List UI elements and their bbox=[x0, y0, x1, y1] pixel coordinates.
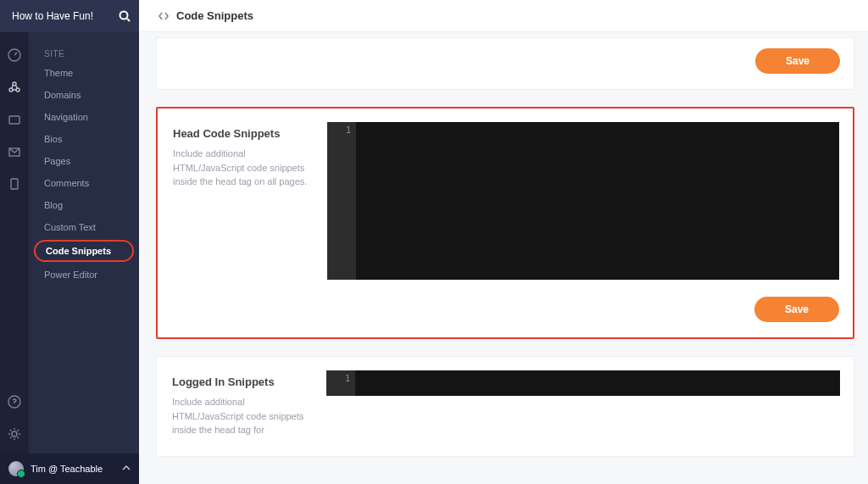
line-number: 1 bbox=[326, 374, 350, 383]
main-header: Code Snippets bbox=[139, 0, 868, 32]
page-title: Code Snippets bbox=[176, 9, 253, 22]
svg-point-3 bbox=[9, 88, 13, 92]
gear-icon[interactable] bbox=[7, 426, 22, 442]
sidebar-item-label: Custom Text bbox=[44, 222, 96, 232]
icon-rail bbox=[0, 0, 29, 484]
main: Code Snippets Save Head Code Snippets In… bbox=[139, 0, 868, 484]
sidebar: SITE Theme Domains Navigation Bios Pages… bbox=[29, 0, 139, 484]
editor-gutter: 1 bbox=[327, 122, 356, 280]
sidebar-item-code-snippets[interactable]: Code Snippets bbox=[34, 240, 134, 262]
sidebar-item-label: Blog bbox=[44, 200, 63, 210]
help-icon[interactable] bbox=[7, 394, 22, 409]
site-icon[interactable] bbox=[7, 80, 22, 95]
user-name: Tim @ Teachable bbox=[31, 464, 103, 474]
sidebar-item-blog[interactable]: Blog bbox=[29, 194, 139, 216]
sidebar-item-navigation[interactable]: Navigation bbox=[29, 106, 139, 128]
avatar bbox=[8, 461, 24, 476]
editor-code-area[interactable] bbox=[355, 370, 840, 396]
dashboard-icon[interactable] bbox=[7, 47, 22, 63]
sidebar-item-bios[interactable]: Bios bbox=[29, 128, 139, 150]
card-info: Logged In Snippets Include additional HT… bbox=[157, 357, 326, 456]
sidebar-item-label: Navigation bbox=[44, 112, 88, 122]
card-top-partial: Save bbox=[156, 37, 854, 90]
search-icon[interactable] bbox=[119, 10, 131, 22]
sidebar-item-label: Domains bbox=[44, 90, 81, 100]
save-button[interactable]: Save bbox=[754, 297, 839, 322]
svg-point-0 bbox=[120, 12, 128, 19]
card-title: Head Code Snippets bbox=[173, 127, 312, 140]
card-description: Include additional HTML/JavaScript code … bbox=[172, 395, 311, 437]
card-description: Include additional HTML/JavaScript code … bbox=[173, 147, 312, 189]
svg-rect-8 bbox=[11, 179, 18, 189]
sidebar-item-comments[interactable]: Comments bbox=[29, 172, 139, 194]
site-name: How to Have Fun! bbox=[12, 10, 93, 22]
sidebar-item-label: Comments bbox=[44, 178, 89, 188]
svg-point-10 bbox=[12, 431, 17, 437]
code-editor[interactable]: 1 bbox=[327, 122, 839, 280]
sidebar-section-label: SITE bbox=[29, 41, 139, 62]
svg-rect-6 bbox=[9, 116, 19, 124]
svg-point-5 bbox=[13, 82, 16, 86]
editor-gutter: 1 bbox=[326, 370, 355, 396]
card-info: Head Code Snippets Include additional HT… bbox=[158, 108, 327, 337]
media-icon[interactable] bbox=[7, 112, 22, 127]
site-header: How to Have Fun! bbox=[0, 0, 139, 32]
sidebar-item-domains[interactable]: Domains bbox=[29, 84, 139, 106]
line-number: 1 bbox=[327, 125, 351, 135]
sidebar-item-custom-text[interactable]: Custom Text bbox=[29, 216, 139, 238]
svg-line-1 bbox=[127, 19, 130, 21]
device-icon[interactable] bbox=[7, 176, 22, 192]
chevron-up-icon bbox=[122, 465, 131, 473]
sidebar-item-label: Bios bbox=[44, 134, 62, 144]
card-title: Logged In Snippets bbox=[172, 376, 311, 388]
sidebar-item-power-editor[interactable]: Power Editor bbox=[29, 264, 139, 286]
save-button[interactable]: Save bbox=[755, 48, 840, 74]
sidebar-item-theme[interactable]: Theme bbox=[29, 62, 139, 84]
sidebar-item-pages[interactable]: Pages bbox=[29, 150, 139, 172]
editor-code-area[interactable] bbox=[356, 122, 839, 280]
sidebar-item-label: Code Snippets bbox=[46, 246, 111, 256]
sidebar-item-label: Power Editor bbox=[44, 270, 97, 280]
content-scroll[interactable]: Save Head Code Snippets Include addition… bbox=[139, 32, 868, 484]
code-icon bbox=[158, 10, 170, 22]
card-head-snippets: Head Code Snippets Include additional HT… bbox=[156, 107, 854, 339]
user-footer[interactable]: Tim @ Teachable bbox=[0, 453, 139, 484]
svg-point-4 bbox=[16, 88, 19, 92]
code-editor[interactable]: 1 bbox=[326, 370, 840, 396]
sidebar-item-label: Theme bbox=[44, 68, 73, 78]
card-logged-in-snippets: Logged In Snippets Include additional HT… bbox=[156, 356, 854, 457]
sidebar-item-label: Pages bbox=[44, 156, 70, 166]
mail-icon[interactable] bbox=[7, 144, 22, 159]
